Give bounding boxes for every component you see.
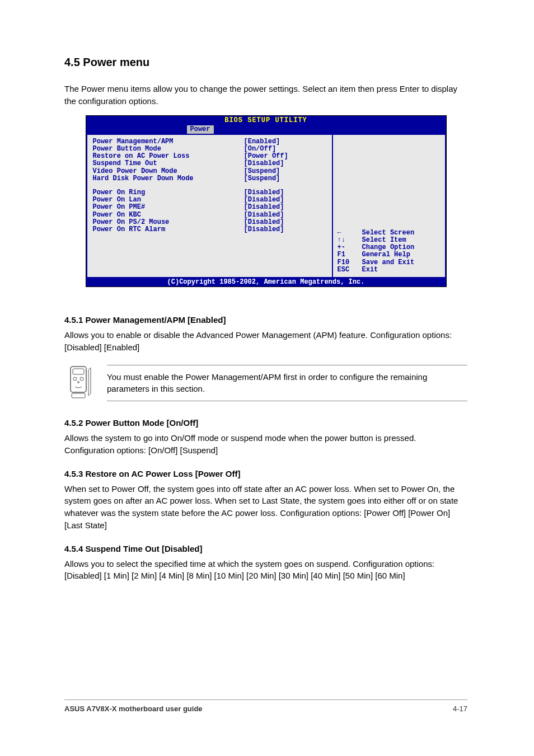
note-text: You must enable the Power Management/APM…: [107, 365, 467, 402]
help-row: F10Save and Exit: [338, 259, 441, 266]
help-key: ESC: [338, 266, 362, 274]
setting-label: Suspend Time Out: [93, 160, 244, 167]
section-title: 4.5 Power menu: [64, 56, 467, 69]
bios-setting-row[interactable]: Power On RTC Alarm[Disabled]: [93, 226, 326, 233]
subsection-body: Allows the system to go into On/Off mode…: [64, 432, 467, 457]
subsection-title: 4.5.2 Power Button Mode [On/Off]: [64, 418, 467, 428]
setting-label: Power On RTC Alarm: [93, 226, 244, 233]
setting-value: [Suspend]: [244, 175, 280, 182]
bios-group-2: Power On Ring[Disabled] Power On Lan[Dis…: [93, 189, 326, 233]
setting-label: Power On KBC: [93, 212, 244, 219]
help-key: F10: [338, 259, 362, 266]
setting-value: [Disabled]: [244, 160, 284, 167]
help-row: ←Select Screen: [338, 229, 441, 237]
help-desc: Select Screen: [362, 229, 415, 237]
help-row: ESCExit: [338, 266, 441, 274]
svg-rect-5: [72, 393, 85, 398]
bios-title: BIOS SETUP UTILITY: [86, 116, 446, 125]
bios-copyright-footer: (C)Copyright 1985-2002, American Megatre…: [86, 278, 446, 287]
note-pda-icon: [64, 365, 98, 400]
bios-setting-row[interactable]: Suspend Time Out[Disabled]: [93, 160, 326, 167]
bios-tab-bar: Power: [86, 125, 446, 134]
setting-label: Hard Disk Power Down Mode: [93, 175, 244, 182]
subsection-body: Allows you to enable or disable the Adva…: [64, 329, 467, 354]
bios-help-pane: ←Select Screen ↑↓Select Item +-Change Op…: [333, 135, 445, 277]
svg-point-3: [80, 377, 83, 381]
footer-page-number: 4-17: [453, 705, 467, 713]
footer-doc-title: ASUS A7V8X-X motherboard user guide: [64, 705, 203, 713]
setting-label: Power On PME#: [93, 204, 244, 211]
subsection-title: 4.5.3 Restore on AC Power Loss [Power Of…: [64, 469, 467, 478]
bios-group-1: Power Management/APM[Enabled] Power Butt…: [93, 138, 326, 182]
bios-tab-power[interactable]: Power: [187, 125, 214, 134]
bios-setting-row[interactable]: Video Power Down Mode[Suspend]: [93, 168, 326, 175]
help-desc: General Help: [362, 251, 410, 259]
help-row: F1General Help: [338, 251, 441, 259]
page-footer: ASUS A7V8X-X motherboard user guide 4-17: [64, 699, 467, 713]
bios-window: BIOS SETUP UTILITY Power Power Managemen…: [86, 115, 447, 288]
svg-point-4: [78, 382, 79, 383]
bios-setting-row[interactable]: Hard Disk Power Down Mode[Suspend]: [93, 175, 326, 182]
bios-settings-pane: Power Management/APM[Enabled] Power Butt…: [87, 135, 333, 277]
bios-body: Power Management/APM[Enabled] Power Butt…: [86, 134, 446, 278]
setting-value: [Disabled]: [244, 219, 284, 226]
bios-setting-row[interactable]: Power On KBC[Disabled]: [93, 212, 326, 219]
help-desc: Save and Exit: [362, 259, 415, 266]
help-key: F1: [338, 251, 362, 259]
svg-point-2: [73, 377, 77, 381]
note-block: You must enable the Power Management/APM…: [64, 365, 467, 402]
setting-value: [Disabled]: [244, 212, 284, 219]
setting-value: [Suspend]: [244, 168, 280, 175]
subsection-title: 4.5.4 Suspend Time Out [Disabled]: [64, 544, 467, 553]
svg-rect-1: [73, 369, 84, 374]
setting-label: Video Power Down Mode: [93, 168, 244, 175]
subsection-body: When set to Power Off, the system goes i…: [64, 483, 467, 532]
setting-value: [Disabled]: [244, 204, 284, 211]
help-desc: Exit: [362, 266, 378, 274]
bios-setting-row[interactable]: Power On PME#[Disabled]: [93, 204, 326, 211]
help-key-arrow-left-icon: ←: [338, 229, 362, 237]
subsection-body: Allows you to select the specified time …: [64, 558, 467, 583]
intro-paragraph: The Power menu items allow you to change…: [64, 83, 467, 107]
setting-label: Power On PS/2 Mouse: [93, 219, 244, 226]
bios-setting-row[interactable]: Power On PS/2 Mouse[Disabled]: [93, 219, 326, 226]
setting-value: [Disabled]: [244, 226, 284, 233]
subsection-title: 4.5.1 Power Management/APM [Enabled]: [64, 315, 467, 325]
